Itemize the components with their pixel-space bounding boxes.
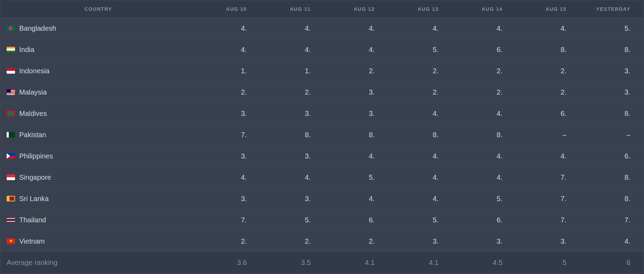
country-name: Sri Lanka — [19, 195, 49, 203]
rank-value: 4. — [452, 173, 516, 182]
table-row[interactable]: Vietnam2.2.2.3.3.3.4. — [0, 231, 644, 252]
table-row[interactable]: Indonesia1.1.2.2.2.2.3. — [0, 60, 644, 82]
column-header-date[interactable]: AUG 13 — [388, 6, 452, 12]
column-header-date[interactable]: AUG 11 — [260, 6, 324, 12]
column-header-date[interactable]: YESTERDAY — [580, 6, 644, 12]
rank-value: 7. — [516, 195, 580, 203]
rank-value: 3. — [196, 152, 260, 160]
column-header-country[interactable]: COUNTRY — [0, 6, 196, 12]
average-value: 6 — [580, 259, 644, 267]
rank-value: 8. — [260, 131, 324, 139]
rank-value: – — [580, 131, 644, 139]
rank-value: 6. — [324, 216, 388, 224]
rank-value: 8. — [580, 195, 644, 203]
philippines-flag-icon — [7, 153, 15, 159]
average-value: 5 — [516, 259, 580, 267]
rank-value: 4. — [260, 46, 324, 54]
rank-value: 8. — [580, 46, 644, 54]
column-header-date[interactable]: AUG 15 — [516, 6, 580, 12]
rank-value: 4. — [452, 110, 516, 118]
country-name: Bangladesh — [19, 24, 56, 32]
rank-value: 5. — [324, 173, 388, 182]
country-cell[interactable]: Sri Lanka — [0, 195, 196, 203]
thailand-flag-icon — [7, 217, 15, 223]
country-cell[interactable]: India — [0, 46, 196, 54]
rank-value: 4. — [196, 46, 260, 54]
table-row[interactable]: Thailand7.5.6.5.6.7.7. — [0, 209, 644, 231]
country-name: India — [19, 46, 34, 54]
column-header-date[interactable]: AUG 14 — [452, 6, 516, 12]
table-row[interactable]: Singapore4.4.5.4.4.7.8. — [0, 167, 644, 188]
rank-value: 7. — [580, 216, 644, 224]
table-row[interactable]: Pakistan7.8.8.8.8.–– — [0, 124, 644, 146]
rank-value: 5. — [580, 24, 644, 32]
column-header-date[interactable]: AUG 12 — [324, 6, 388, 12]
table-row[interactable]: Philippines3.3.4.4.4.4.6. — [0, 146, 644, 167]
country-cell[interactable]: Vietnam — [0, 237, 196, 245]
rank-value: 8. — [324, 131, 388, 139]
maldives-flag-icon — [7, 111, 15, 116]
column-header-date[interactable]: AUG 10 — [196, 6, 260, 12]
average-value: 4.5 — [452, 259, 516, 267]
rank-value: 2. — [260, 88, 324, 96]
rank-value: 4. — [324, 195, 388, 203]
rank-value: 3. — [580, 67, 644, 75]
country-cell[interactable]: Indonesia — [0, 67, 196, 75]
rank-value: 1. — [196, 67, 260, 75]
rank-value: 2. — [516, 67, 580, 75]
table-row[interactable]: Malaysia2.2.3.2.2.2.3. — [0, 82, 644, 103]
rank-value: 4. — [516, 24, 580, 32]
rank-value: 3. — [580, 88, 644, 96]
rank-value: 4. — [260, 173, 324, 182]
country-cell[interactable]: Singapore — [0, 173, 196, 182]
table-row[interactable]: India4.4.4.5.6.8.8. — [0, 39, 644, 60]
rank-value: 4. — [452, 24, 516, 32]
table-row[interactable]: Bangladesh4.4.4.4.4.4.5. — [0, 18, 644, 39]
table-row[interactable]: Sri Lanka3.3.4.4.5.7.8. — [0, 188, 644, 209]
table-row[interactable]: Maldives3.3.3.4.4.6.8. — [0, 103, 644, 124]
rank-value: 3. — [260, 152, 324, 160]
rank-value: 6. — [580, 152, 644, 160]
rank-value: 6. — [452, 46, 516, 54]
rank-value: 2. — [196, 237, 260, 245]
rank-value: 2. — [516, 88, 580, 96]
bangladesh-flag-icon — [7, 25, 15, 31]
rank-value: 6. — [452, 216, 516, 224]
country-name: Malaysia — [19, 88, 47, 96]
country-name: Maldives — [19, 110, 47, 118]
rank-value: 4. — [196, 24, 260, 32]
vietnam-flag-icon — [7, 238, 15, 244]
rank-value: 2. — [452, 88, 516, 96]
rank-value: 3. — [324, 110, 388, 118]
rank-value: 7. — [196, 131, 260, 139]
country-name: Thailand — [19, 216, 46, 224]
rank-value: 7. — [516, 173, 580, 182]
rank-value: 2. — [260, 237, 324, 245]
rank-value: 5. — [260, 216, 324, 224]
country-cell[interactable]: Maldives — [0, 110, 196, 118]
rank-value: 4. — [388, 110, 452, 118]
rank-value: 4. — [388, 24, 452, 32]
country-name: Vietnam — [19, 237, 45, 245]
average-value: 3.6 — [196, 259, 260, 267]
table-header-row: COUNTRY AUG 10 AUG 11 AUG 12 AUG 13 AUG … — [0, 0, 644, 18]
country-cell[interactable]: Malaysia — [0, 88, 196, 96]
country-cell[interactable]: Philippines — [0, 152, 196, 160]
country-name: Singapore — [19, 173, 51, 182]
rank-value: 4. — [196, 173, 260, 182]
rank-value: 5. — [388, 216, 452, 224]
rank-value: 2. — [388, 88, 452, 96]
rank-value: 3. — [260, 195, 324, 203]
country-cell[interactable]: Bangladesh — [0, 24, 196, 32]
pakistan-flag-icon — [7, 132, 15, 138]
rank-value: 4. — [260, 24, 324, 32]
rank-value: 4. — [324, 46, 388, 54]
average-label: Average ranking — [0, 259, 196, 267]
rank-value: 3. — [452, 237, 516, 245]
country-cell[interactable]: Pakistan — [0, 131, 196, 139]
singapore-flag-icon — [7, 175, 15, 180]
rankings-table: COUNTRY AUG 10 AUG 11 AUG 12 AUG 13 AUG … — [0, 0, 644, 274]
rank-value: 4. — [324, 152, 388, 160]
average-value: 4.1 — [324, 259, 388, 267]
country-cell[interactable]: Thailand — [0, 216, 196, 224]
